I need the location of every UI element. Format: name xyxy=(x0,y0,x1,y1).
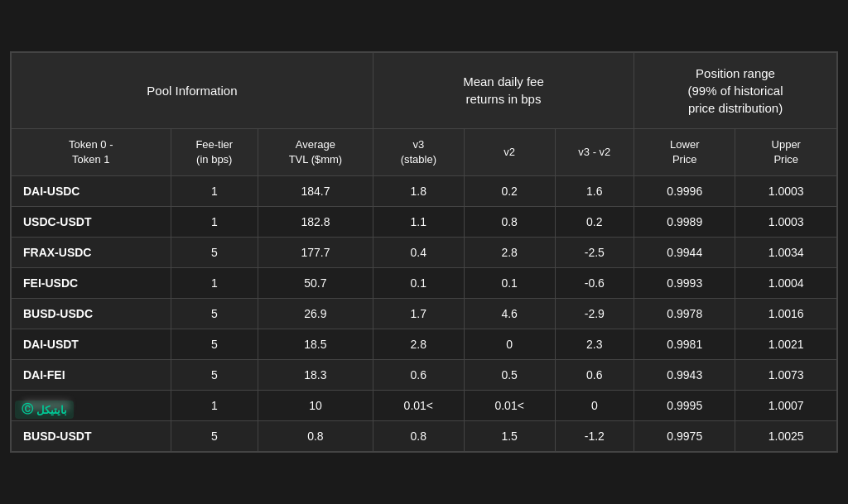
cell-v2: 0.1 xyxy=(464,268,555,299)
col-fee-tier: Fee-tier (in bps) xyxy=(171,128,258,175)
table-row: FEI-USDC150.70.10.1-0.60.99931.0004 xyxy=(12,268,837,299)
col-tvl: Average TVL ($mm) xyxy=(258,128,373,175)
cell-v3: 0.01< xyxy=(373,391,464,421)
cell-fee_tier: 1 xyxy=(171,176,258,207)
cell-lower: 0.9989 xyxy=(634,207,735,238)
cell-v3: 0.6 xyxy=(373,360,464,391)
cell-upper: 1.0003 xyxy=(735,207,837,238)
cell-v2: 0 xyxy=(464,329,555,360)
cell-v3_v2: 0.6 xyxy=(555,360,634,391)
cell-upper: 1.0007 xyxy=(735,391,837,421)
cell-tvl: 184.7 xyxy=(258,176,373,207)
pool-information-table: Pool Information Mean daily fee returns … xyxy=(11,52,837,452)
cell-token: BUSD-USDT xyxy=(12,421,171,452)
cell-v3: 1.7 xyxy=(373,299,464,329)
cell-tvl: 0.8 xyxy=(258,421,373,452)
cell-v2: 0.01< xyxy=(464,391,555,421)
cell-v3: 0.1 xyxy=(373,268,464,299)
cell-v2: 2.8 xyxy=(464,238,555,268)
table-row: USDC-USDT1182.81.10.80.20.99891.0003 xyxy=(12,207,837,238)
cell-upper: 1.0073 xyxy=(735,360,837,391)
cell-fee_tier: 5 xyxy=(171,329,258,360)
header-group-row: Pool Information Mean daily fee returns … xyxy=(12,52,837,128)
cell-v3_v2: -0.6 xyxy=(555,268,634,299)
cell-v3: 1.1 xyxy=(373,207,464,238)
cell-v2: 4.6 xyxy=(464,299,555,329)
cell-v3: 2.8 xyxy=(373,329,464,360)
cell-v2: 1.5 xyxy=(464,421,555,452)
col-lower-price: Lower Price xyxy=(634,128,735,175)
col-v3: v3 (stable) xyxy=(373,128,464,175)
col-v3-v2: v3 - v2 xyxy=(555,128,634,175)
cell-fee_tier: 5 xyxy=(171,360,258,391)
cell-v3_v2: -2.9 xyxy=(555,299,634,329)
cell-fee_tier: 1 xyxy=(171,391,258,421)
cell-v3_v2: -1.2 xyxy=(555,421,634,452)
cell-lower: 0.9944 xyxy=(634,238,735,268)
cell-token: DAI-USDT xyxy=(12,329,171,360)
cell-fee_tier: 1 xyxy=(171,207,258,238)
cell-lower: 0.9975 xyxy=(634,421,735,452)
cell-fee_tier: 1 xyxy=(171,268,258,299)
cell-v2: 0.2 xyxy=(464,176,555,207)
position-range-header: Position range (99% of historical price … xyxy=(634,52,837,128)
cell-v3_v2: -2.5 xyxy=(555,238,634,268)
cell-lower: 0.9993 xyxy=(634,268,735,299)
cell-token: USDC-USDT xyxy=(12,207,171,238)
cell-v3: 1.8 xyxy=(373,176,464,207)
cell-lower: 0.9978 xyxy=(634,299,735,329)
mean-daily-fee-header: Mean daily fee returns in bps xyxy=(373,52,634,128)
cell-lower: 0.9943 xyxy=(634,360,735,391)
cell-tvl: 50.7 xyxy=(258,268,373,299)
cell-fee_tier: 5 xyxy=(171,421,258,452)
cell-v2: 0.5 xyxy=(464,360,555,391)
cell-tvl: 182.8 xyxy=(258,207,373,238)
cell-v2: 0.8 xyxy=(464,207,555,238)
cell-fee_tier: 5 xyxy=(171,238,258,268)
cell-tvl: 177.7 xyxy=(258,238,373,268)
table-row: DAI-USDC1184.71.80.21.60.99961.0003 xyxy=(12,176,837,207)
logo-text: بايتيكل xyxy=(36,404,67,416)
col-upper-price: Upper Price xyxy=(735,128,837,175)
cell-token: FRAX-USDC xyxy=(12,238,171,268)
cell-token: FEI-USDC xyxy=(12,268,171,299)
cell-upper: 1.0025 xyxy=(735,421,837,452)
cell-token: DAI-USDC xyxy=(12,176,171,207)
cell-lower: 0.9996 xyxy=(634,176,735,207)
table-row: FRAX-USDC5177.70.42.8-2.50.99441.0034 xyxy=(12,238,837,268)
cell-v3_v2: 0 xyxy=(555,391,634,421)
table-row: XXXXXX Ⓒ بايتيكل 1100.01<0.01<00.99951.0… xyxy=(12,391,837,421)
cell-fee_tier: 5 xyxy=(171,299,258,329)
sub-header-row: Token 0 - Token 1 Fee-tier (in bps) Aver… xyxy=(12,128,837,175)
pool-information-header: Pool Information xyxy=(12,52,373,128)
cell-token: BUSD-USDC xyxy=(12,299,171,329)
cell-upper: 1.0021 xyxy=(735,329,837,360)
table-row: DAI-USDT518.52.802.30.99811.0021 xyxy=(12,329,837,360)
table-row: DAI-FEI518.30.60.50.60.99431.0073 xyxy=(12,360,837,391)
table-row: BUSD-USDT50.80.81.5-1.20.99751.0025 xyxy=(12,421,837,452)
table-row: BUSD-USDC526.91.74.6-2.90.99781.0016 xyxy=(12,299,837,329)
cell-v3_v2: 2.3 xyxy=(555,329,634,360)
cell-tvl: 10 xyxy=(258,391,373,421)
cell-v3_v2: 1.6 xyxy=(555,176,634,207)
cell-v3: 0.8 xyxy=(373,421,464,452)
cell-v3: 0.4 xyxy=(373,238,464,268)
pool-table-container: Pool Information Mean daily fee returns … xyxy=(10,51,838,453)
cell-lower: 0.9995 xyxy=(634,391,735,421)
logo-icon: Ⓒ xyxy=(22,402,33,417)
cell-token: DAI-FEI xyxy=(12,360,171,391)
table-body: DAI-USDC1184.71.80.21.60.99961.0003USDC-… xyxy=(12,176,837,452)
cell-upper: 1.0003 xyxy=(735,176,837,207)
col-v2: v2 xyxy=(464,128,555,175)
cell-upper: 1.0034 xyxy=(735,238,837,268)
cell-tvl: 18.5 xyxy=(258,329,373,360)
cell-upper: 1.0004 xyxy=(735,268,837,299)
col-token: Token 0 - Token 1 xyxy=(12,128,171,175)
cell-v3_v2: 0.2 xyxy=(555,207,634,238)
cell-token: XXXXXX Ⓒ بايتيكل xyxy=(12,391,171,421)
cell-tvl: 26.9 xyxy=(258,299,373,329)
cell-upper: 1.0016 xyxy=(735,299,837,329)
cell-lower: 0.9981 xyxy=(634,329,735,360)
cell-tvl: 18.3 xyxy=(258,360,373,391)
